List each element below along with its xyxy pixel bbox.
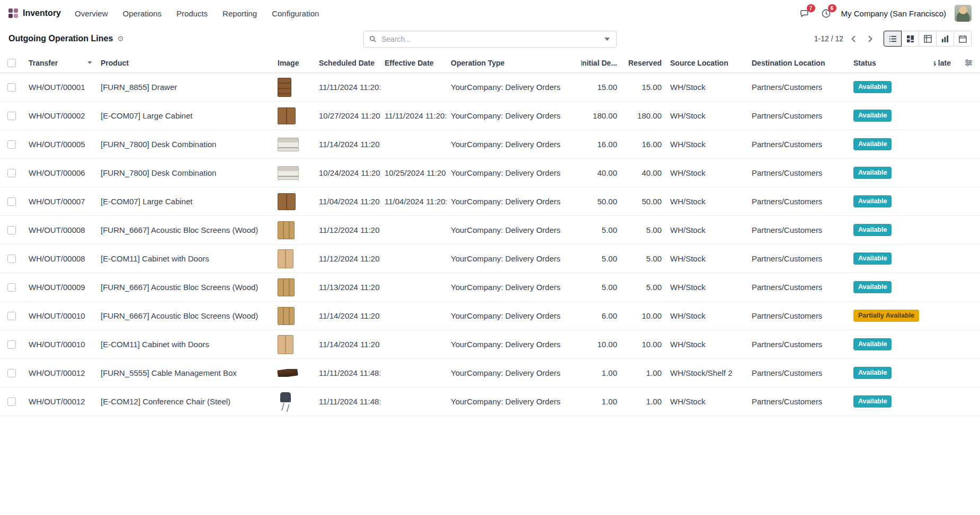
cell-operation-type: YourCompany: Delivery Orders	[447, 225, 581, 234]
cell-source-location: WH/Stock/Shelf 2	[666, 368, 747, 377]
menu-reporting[interactable]: Reporting	[221, 7, 258, 20]
table-row[interactable]: WH/OUT/00002 [E-COM07] Large Cabinet 10/…	[0, 102, 980, 130]
apps-home-button[interactable]: Inventory	[8, 8, 61, 18]
menu-configuration[interactable]: Configuration	[271, 7, 320, 20]
cell-destination-location: Partners/Customers	[747, 311, 849, 320]
row-checkbox[interactable]	[7, 340, 16, 349]
cell-effective-date: 11/04/2024 11:20:23	[380, 197, 447, 206]
column-header-status[interactable]: Status	[849, 59, 934, 67]
view-graph-button[interactable]	[936, 31, 954, 47]
table-row[interactable]: WH/OUT/00005 [FURN_7800] Desk Combinatio…	[0, 130, 980, 159]
view-pivot-button[interactable]	[919, 31, 937, 47]
activities-icon[interactable]: 6	[820, 7, 833, 20]
cell-scheduled-date: 11/04/2024 11:20:23	[315, 197, 380, 206]
row-checkbox[interactable]	[7, 397, 16, 406]
table-row[interactable]: WH/OUT/00008 [FURN_6667] Acoustic Bloc S…	[0, 216, 980, 245]
status-badge: Available	[853, 281, 892, 293]
activities-count-badge: 6	[828, 4, 836, 12]
menu-products[interactable]: Products	[175, 7, 209, 20]
column-header-effective-date[interactable]: Effective Date	[380, 59, 447, 67]
table-row[interactable]: WH/OUT/00009 [FURN_6667] Acoustic Bloc S…	[0, 273, 980, 302]
row-checkbox[interactable]	[7, 369, 16, 377]
cell-operation-type: YourCompany: Delivery Orders	[447, 368, 581, 377]
menu-operations[interactable]: Operations	[122, 7, 163, 20]
row-checkbox[interactable]	[7, 140, 16, 149]
cell-source-location: WH/Stock	[666, 197, 747, 206]
status-badge: Partially Available	[853, 310, 919, 321]
cell-source-location: WH/Stock	[666, 168, 747, 177]
cell-initial-demand: 40.00	[581, 168, 621, 177]
table-row[interactable]: WH/OUT/00012 [E-COM12] Conference Chair …	[0, 387, 980, 416]
row-checkbox[interactable]	[7, 255, 16, 263]
search-input[interactable]	[380, 34, 600, 44]
column-header-source-location[interactable]: Source Location	[666, 59, 747, 67]
table-row[interactable]: WH/OUT/00001 [FURN_8855] Drawer 11/11/20…	[0, 73, 980, 102]
table-row[interactable]: WH/OUT/00010 [FURN_6667] Acoustic Bloc S…	[0, 302, 980, 330]
cell-transfer: WH/OUT/00009	[24, 283, 96, 292]
table-row[interactable]: WH/OUT/00007 [E-COM07] Large Cabinet 11/…	[0, 187, 980, 216]
cell-destination-location: Partners/Customers	[747, 397, 849, 406]
column-header-transfer[interactable]: Transfer	[24, 59, 96, 67]
cell-initial-demand: 15.00	[581, 83, 621, 92]
cell-scheduled-date: 11/13/2024 11:20:51	[315, 283, 380, 292]
operation-lines-table: Transfer Product Image Scheduled Date Ef…	[0, 53, 980, 416]
cell-initial-demand: 16.00	[581, 140, 621, 149]
cell-transfer: WH/OUT/00012	[24, 397, 96, 406]
row-checkbox[interactable]	[7, 112, 16, 120]
row-checkbox[interactable]	[7, 197, 16, 206]
column-header-scheduled-date[interactable]: Scheduled Date	[315, 59, 380, 67]
search-dropdown-caret-icon[interactable]	[600, 31, 614, 47]
column-header-destination-location[interactable]: Destination Location	[747, 59, 849, 67]
cell-reserved: 5.00	[621, 283, 666, 292]
cell-effective-date: 10/25/2024 11:20:23	[380, 168, 447, 177]
table-row[interactable]: WH/OUT/00010 [E-COM11] Cabinet with Door…	[0, 330, 980, 359]
gear-icon[interactable]: ⚙	[117, 35, 124, 42]
app-name[interactable]: Inventory	[23, 8, 61, 18]
cell-scheduled-date: 11/11/2024 11:48:19	[315, 397, 380, 406]
table-row[interactable]: WH/OUT/00008 [E-COM11] Cabinet with Door…	[0, 245, 980, 273]
row-checkbox[interactable]	[7, 169, 16, 177]
table-header-row: Transfer Product Image Scheduled Date Ef…	[0, 53, 980, 73]
cell-initial-demand: 180.00	[581, 111, 621, 120]
pager-next-icon[interactable]	[863, 32, 877, 46]
cell-reserved: 40.00	[621, 168, 666, 177]
cell-source-location: WH/Stock	[666, 83, 747, 92]
cell-operation-type: YourCompany: Delivery Orders	[447, 111, 581, 120]
table-row[interactable]: WH/OUT/00012 [FURN_5555] Cable Managemen…	[0, 359, 980, 387]
cell-effective-date: 11/11/2024 11:20:23	[380, 111, 447, 120]
messages-icon[interactable]: 7	[799, 7, 812, 20]
status-badge: Available	[853, 195, 892, 207]
column-header-product[interactable]: Product	[96, 59, 273, 67]
view-list-button[interactable]	[884, 31, 902, 47]
cell-destination-location: Partners/Customers	[747, 283, 849, 292]
cell-scheduled-date: 11/11/2024 11:48:19	[315, 368, 380, 377]
cell-scheduled-date: 11/14/2024 11:20:51	[315, 311, 380, 320]
product-image	[278, 392, 293, 412]
row-checkbox[interactable]	[7, 283, 16, 292]
company-switcher[interactable]: My Company (San Francisco)	[841, 9, 946, 18]
column-header-operation-type[interactable]: Operation Type	[447, 59, 581, 67]
select-all-checkbox[interactable]	[7, 59, 16, 67]
column-header-is-late[interactable]: Is late	[934, 59, 980, 67]
row-checkbox[interactable]	[7, 312, 16, 320]
optional-columns-icon[interactable]	[965, 59, 973, 67]
menu-overview[interactable]: Overview	[74, 7, 109, 20]
status-badge: Available	[853, 395, 892, 407]
search-bar[interactable]	[363, 31, 617, 48]
product-image	[278, 107, 296, 124]
table-body: WH/OUT/00001 [FURN_8855] Drawer 11/11/20…	[0, 73, 980, 416]
row-checkbox[interactable]	[7, 226, 16, 234]
user-avatar[interactable]	[955, 5, 972, 22]
cell-scheduled-date: 11/14/2024 11:20:23	[315, 140, 380, 149]
cell-reserved: 10.00	[621, 311, 666, 320]
view-kanban-button[interactable]	[901, 31, 919, 47]
pager-previous-icon[interactable]	[847, 32, 860, 46]
column-header-initial-demand[interactable]: Initial De...	[581, 59, 621, 67]
view-calendar-button[interactable]	[954, 31, 972, 47]
column-header-reserved[interactable]: Reserved	[621, 59, 666, 67]
cell-operation-type: YourCompany: Delivery Orders	[447, 340, 581, 349]
column-header-image[interactable]: Image	[273, 59, 315, 67]
row-checkbox[interactable]	[7, 83, 16, 92]
table-row[interactable]: WH/OUT/00006 [FURN_7800] Desk Combinatio…	[0, 159, 980, 187]
cell-transfer: WH/OUT/00012	[24, 368, 96, 377]
